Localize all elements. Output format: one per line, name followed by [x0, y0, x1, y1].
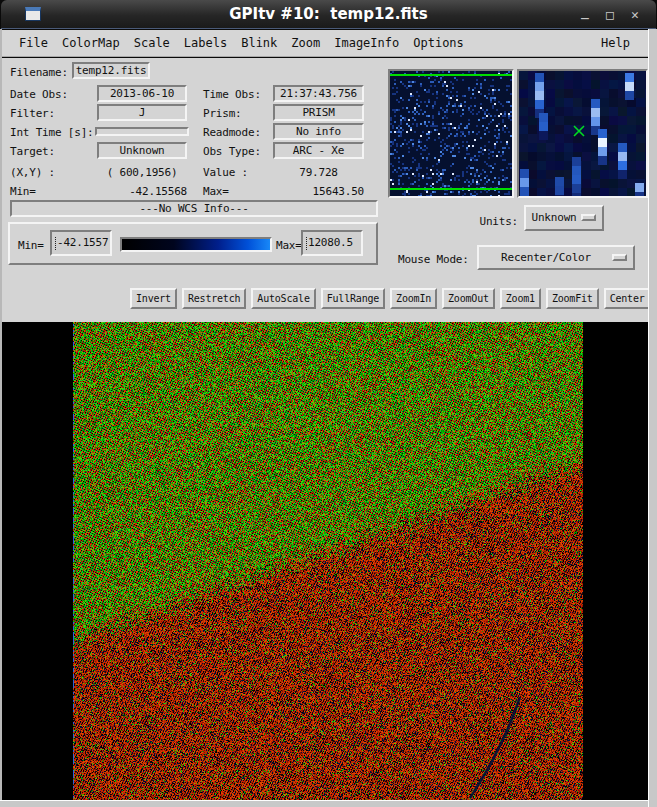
minimize-button[interactable]: _	[578, 4, 592, 19]
window-frame-left	[0, 29, 2, 800]
control-panel: Filename: temp12.fits Date Obs: 2013-06-…	[2, 58, 649, 322]
mouse-mode-selected: Recenter/Color	[479, 251, 613, 264]
menu-bar: File ColorMap Scale Labels Blink Zoom Im…	[2, 30, 649, 57]
stretch-frame: Min= -42.1557 Max= 12080.5	[8, 222, 378, 265]
filename-label: Filename:	[10, 66, 68, 79]
window-title: GPItv #10: temp12.fits	[1, 5, 656, 23]
pixel-value-label: Value :	[203, 166, 248, 179]
wcs-info-bar: ---No WCS Info---	[10, 200, 378, 217]
menu-colormap[interactable]: ColorMap	[59, 34, 123, 52]
button-row: Invert Restretch AutoScale FullRange Zoo…	[130, 288, 651, 309]
text-caret	[306, 237, 307, 250]
inttime-value	[95, 127, 189, 136]
zoom-preview-canvas[interactable]	[519, 71, 646, 196]
image-max-value: 15643.50	[273, 185, 364, 198]
restretch-button[interactable]: Restretch	[182, 288, 246, 309]
menu-blink[interactable]: Blink	[238, 34, 280, 52]
zoomfit-button[interactable]: ZoomFit	[546, 288, 599, 309]
filter-label: Filter:	[10, 107, 55, 120]
dateobs-value: 2013-06-10	[97, 85, 187, 102]
timeobs-value: 21:37:43.756	[273, 85, 364, 102]
close-button[interactable]: ✕	[628, 7, 642, 22]
option-menu-indicator-icon	[612, 254, 627, 261]
units-selected: Unknown	[526, 211, 582, 224]
title-bar[interactable]: GPItv #10: temp12.fits _ □ ✕	[1, 0, 656, 29]
maximize-button[interactable]: □	[603, 7, 617, 22]
mouse-mode-dropdown[interactable]: Recenter/Color	[477, 245, 635, 270]
gpitv-window: GPItv #10: temp12.fits _ □ ✕ File ColorM…	[0, 0, 657, 807]
image-min-value: -42.15568	[97, 185, 187, 198]
pan-preview-frame	[388, 69, 514, 198]
prism-value: PRISM	[273, 104, 364, 121]
image-min-label: Min=	[10, 185, 36, 198]
readmode-label: Readmode:	[203, 126, 261, 139]
stretch-min-label: Min=	[18, 239, 44, 252]
prism-label: Prism:	[203, 107, 242, 120]
filename-value: temp12.fits	[72, 62, 150, 79]
readmode-value: No info	[273, 123, 364, 140]
units-dropdown[interactable]: Unknown	[524, 205, 604, 231]
stretch-min-input[interactable]: -42.1557	[50, 230, 112, 256]
text-caret	[55, 237, 56, 250]
zoomin-button[interactable]: ZoomIn	[390, 288, 437, 309]
menu-file[interactable]: File	[16, 34, 51, 52]
menu-imageinfo[interactable]: ImageInfo	[331, 34, 402, 52]
units-label: Units:	[442, 215, 518, 228]
menu-scale[interactable]: Scale	[131, 34, 173, 52]
obstype-label: Obs Type:	[203, 145, 261, 158]
option-menu-indicator-icon	[581, 214, 596, 221]
target-label: Target:	[10, 145, 55, 158]
invert-button[interactable]: Invert	[130, 288, 177, 309]
menu-options[interactable]: Options	[410, 34, 467, 52]
image-area[interactable]	[2, 322, 648, 800]
obstype-value: ARC - Xe	[273, 142, 364, 159]
pan-preview-canvas[interactable]	[390, 71, 512, 196]
xy-label: (X,Y) :	[10, 166, 55, 179]
inttime-label: Int Time [s]:	[10, 126, 94, 139]
filter-value: J	[97, 104, 187, 121]
window-controls: _ □ ✕	[578, 0, 642, 29]
menu-help[interactable]: Help	[598, 34, 633, 52]
main-image-canvas[interactable]	[73, 322, 583, 800]
timeobs-label: Time Obs:	[203, 88, 261, 101]
zoom-preview-frame	[517, 69, 648, 198]
autoscale-button[interactable]: AutoScale	[251, 288, 315, 309]
window-frame-bottom[interactable]	[0, 800, 648, 807]
colorbar	[120, 237, 272, 252]
menu-zoom[interactable]: Zoom	[288, 34, 323, 52]
target-value: Unknown	[97, 142, 187, 159]
stretch-max-label: Max=	[276, 239, 302, 252]
stretch-max-input[interactable]: 12080.5	[301, 230, 363, 256]
mouse-mode-label: Mouse Mode:	[398, 253, 469, 266]
zoomout-button[interactable]: ZoomOut	[442, 288, 495, 309]
image-max-label: Max=	[203, 185, 229, 198]
window-frame-right[interactable]	[648, 29, 657, 807]
menu-labels[interactable]: Labels	[181, 34, 230, 52]
zoom1-button[interactable]: Zoom1	[500, 288, 541, 309]
center-button[interactable]: Center	[604, 288, 651, 309]
xy-value: ( 600,1956)	[97, 166, 187, 179]
pixel-value: 79.728	[273, 166, 364, 179]
dateobs-label: Date Obs:	[10, 88, 68, 101]
fullrange-button[interactable]: FullRange	[321, 288, 385, 309]
